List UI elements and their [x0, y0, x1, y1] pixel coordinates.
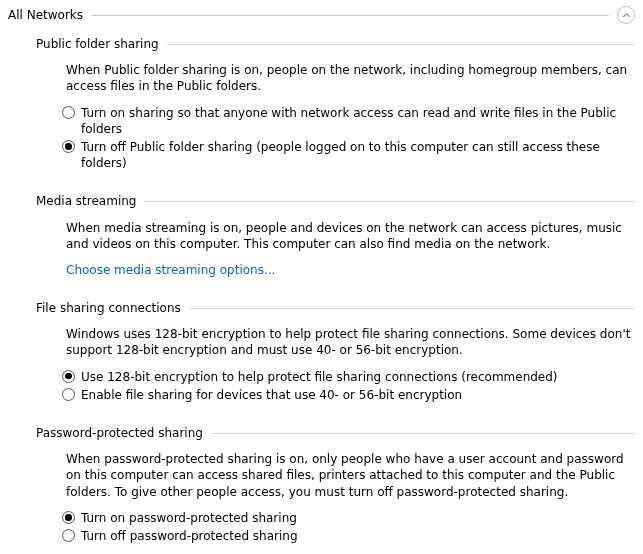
radio-label: Turn on password-protected sharing — [81, 510, 635, 526]
divider — [91, 15, 609, 16]
radio-icon — [62, 106, 75, 119]
radio-icon — [62, 140, 75, 153]
radio-label: Turn off Public folder sharing (people l… — [81, 139, 635, 171]
divider — [189, 308, 635, 309]
public-folder-sharing-description: When Public folder sharing is on, people… — [66, 62, 635, 94]
password-protected-sharing-title: Password-protected sharing — [36, 425, 203, 441]
all-networks-group: All Networks — [8, 6, 635, 24]
public-folder-sharing-title: Public folder sharing — [36, 36, 159, 52]
media-streaming-options-link[interactable]: Choose media streaming options... — [66, 262, 275, 278]
password-sharing-off-radio[interactable]: Turn off password-protected sharing — [62, 528, 635, 544]
media-streaming-title: Media streaming — [36, 193, 136, 209]
public-folder-sharing-section: Public folder sharing When Public folder… — [36, 36, 635, 171]
radio-label: Enable file sharing for devices that use… — [81, 387, 635, 403]
password-protected-sharing-description: When password-protected sharing is on, o… — [66, 451, 635, 500]
radio-icon — [62, 388, 75, 401]
radio-icon — [62, 511, 75, 524]
media-streaming-description: When media streaming is on, people and d… — [66, 220, 635, 252]
media-streaming-section: Media streaming When media streaming is … — [36, 193, 635, 278]
password-protected-sharing-section: Password-protected sharing When password… — [36, 425, 635, 544]
public-sharing-on-radio[interactable]: Turn on sharing so that anyone with netw… — [62, 105, 635, 137]
chevron-up-icon[interactable] — [617, 6, 635, 24]
divider — [144, 201, 635, 202]
file-sharing-connections-section: File sharing connections Windows uses 12… — [36, 300, 635, 403]
radio-label: Turn on sharing so that anyone with netw… — [81, 105, 635, 137]
encryption-128-radio[interactable]: Use 128-bit encryption to help protect f… — [62, 369, 635, 385]
encryption-4056-radio[interactable]: Enable file sharing for devices that use… — [62, 387, 635, 403]
divider — [167, 44, 635, 45]
file-sharing-connections-description: Windows uses 128-bit encryption to help … — [66, 326, 635, 358]
radio-icon — [62, 370, 75, 383]
password-sharing-on-radio[interactable]: Turn on password-protected sharing — [62, 510, 635, 526]
radio-label: Use 128-bit encryption to help protect f… — [81, 369, 635, 385]
radio-icon — [62, 529, 75, 542]
file-sharing-connections-title: File sharing connections — [36, 300, 181, 316]
public-sharing-off-radio[interactable]: Turn off Public folder sharing (people l… — [62, 139, 635, 171]
all-networks-title: All Networks — [8, 7, 83, 23]
radio-label: Turn off password-protected sharing — [81, 528, 635, 544]
divider — [211, 433, 635, 434]
